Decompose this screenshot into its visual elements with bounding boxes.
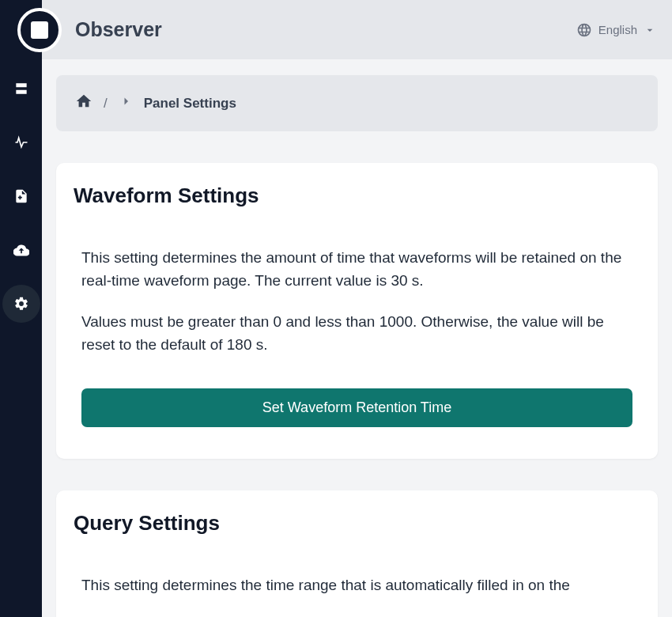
globe-icon: [576, 22, 592, 38]
pulse-icon: [13, 134, 29, 150]
waveform-settings-desc-2: Values must be greater than 0 and less t…: [81, 310, 632, 357]
file-medical-icon: [13, 188, 29, 204]
language-label: English: [598, 23, 637, 36]
set-waveform-retention-button[interactable]: Set Waveform Retention Time: [81, 388, 632, 427]
chevron-down-icon: [644, 24, 656, 36]
breadcrumb-home[interactable]: [75, 93, 92, 114]
sidebar-item-settings[interactable]: [12, 294, 31, 313]
query-settings-card: Query Settings This setting determines t…: [56, 490, 658, 617]
sidebar-item-waveform[interactable]: [12, 133, 31, 152]
breadcrumb-chevron: [119, 94, 133, 112]
language-selector[interactable]: English: [576, 22, 656, 38]
header-bar: Observer English: [42, 0, 672, 59]
breadcrumb-separator: /: [104, 96, 108, 112]
sidebar-item-server[interactable]: [12, 79, 31, 98]
sidebar-item-download[interactable]: [12, 240, 31, 259]
waveform-settings-title: Waveform Settings: [74, 184, 640, 208]
query-settings-desc-1: This setting determines the time range t…: [81, 573, 632, 596]
breadcrumb-current: Panel Settings: [144, 96, 236, 112]
cloud-download-icon: [13, 242, 29, 258]
waveform-settings-desc-1: This setting determines the amount of ti…: [81, 246, 632, 293]
waveform-settings-card: Waveform Settings This setting determine…: [56, 163, 658, 459]
query-settings-title: Query Settings: [74, 511, 640, 536]
app-logo[interactable]: [17, 8, 62, 52]
server-icon: [13, 81, 29, 97]
app-title: Observer: [75, 18, 162, 41]
sidebar-nav: [0, 0, 42, 617]
main-content: / Panel Settings Waveform Settings This …: [42, 59, 672, 617]
chevron-right-icon: [119, 94, 133, 108]
home-icon: [75, 93, 92, 110]
sidebar-item-report[interactable]: [12, 187, 31, 206]
gear-icon: [13, 296, 29, 312]
logo-mark-icon: [31, 21, 48, 39]
breadcrumb: / Panel Settings: [56, 75, 658, 131]
